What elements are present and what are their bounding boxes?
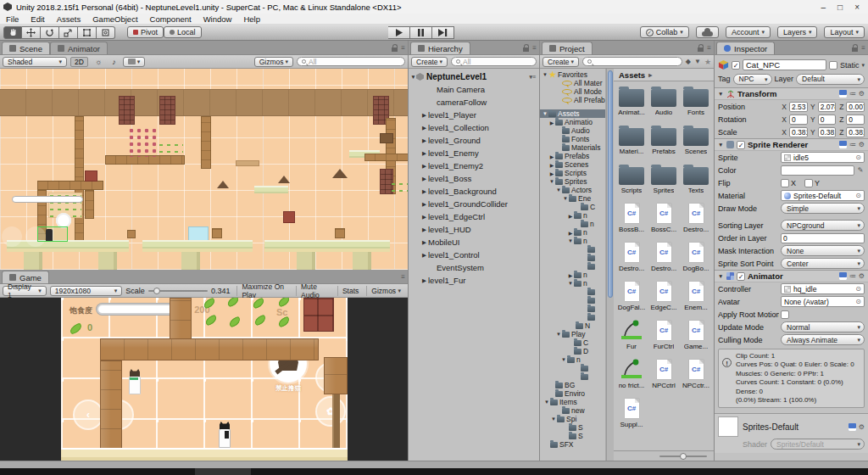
expand-arrow-icon[interactable]: ▶ [420, 150, 428, 157]
minimize-button[interactable]: – [821, 3, 826, 12]
y-value-field[interactable]: 0.38181 [818, 127, 837, 137]
lock-icon[interactable] [698, 48, 704, 52]
project-tree-item[interactable]: Fonts [540, 135, 605, 143]
project-tree-item[interactable]: BG [540, 381, 605, 389]
x-value-field[interactable]: 2.53 [789, 102, 808, 112]
scale-knob[interactable] [153, 288, 160, 294]
material-object-field[interactable]: Sprites-Default⊙ [781, 190, 865, 201]
static-dropdown-icon[interactable]: ▾ [861, 62, 865, 69]
project-tree-item[interactable]: All Mode [540, 87, 605, 96]
asset-item[interactable]: Sprites [648, 163, 680, 198]
tab-menu-icon[interactable]: ≡ [401, 44, 405, 52]
project-tree-item[interactable]: Audio [540, 126, 605, 135]
search-by-type-icon[interactable]: ◆ [686, 58, 691, 65]
expand-arrow-icon[interactable]: ▶ [420, 201, 428, 208]
expand-arrow-icon[interactable]: ▼ [560, 357, 567, 362]
project-create-dropdown[interactable]: Create▾ [542, 57, 579, 67]
asset-item[interactable]: C# DogBo... [680, 241, 712, 277]
hierarchy-item[interactable]: ▶ level1_GroundCollider [409, 198, 539, 210]
scene-viewport[interactable] [0, 69, 408, 270]
animator-header[interactable]: ▼ ✓ Animator ≔⚙ [715, 270, 868, 282]
asset-item[interactable]: C# DogFal... [615, 280, 648, 316]
transform-tool-icon[interactable] [97, 26, 115, 39]
expand-arrow-icon[interactable]: ▼ [555, 332, 562, 337]
stats-toggle[interactable]: Stats [337, 286, 363, 296]
project-tree-item[interactable]: ▼ n [540, 279, 605, 288]
project-tree-item[interactable]: ▶ Scenes [540, 160, 605, 169]
favorites-star-icon[interactable]: ★ [704, 58, 711, 66]
expand-arrow-icon[interactable]: ▼ [542, 111, 548, 116]
move-left-button[interactable]: ‹ [73, 400, 103, 430]
expand-arrow-icon[interactable]: ▶ [548, 170, 555, 176]
z-value-field[interactable]: 0 [846, 115, 865, 125]
expand-arrow-icon[interactable]: ▼ [555, 187, 562, 193]
rect-tool-icon[interactable] [78, 26, 97, 39]
project-tree-item[interactable] [540, 364, 605, 372]
hierarchy-item[interactable]: ▶ level1_Fur [409, 274, 539, 287]
object-picker-icon[interactable]: ⊙ [855, 285, 861, 293]
expand-arrow-icon[interactable]: ▶ [548, 154, 555, 159]
thumbnail-size-slider[interactable] [659, 455, 707, 457]
project-tree-item[interactable] [540, 296, 605, 305]
help-icon[interactable] [839, 272, 847, 280]
object-picker-icon[interactable]: ⊙ [855, 298, 861, 305]
project-tree-item[interactable]: ▶ Prefabs [540, 152, 605, 160]
project-tree-item[interactable]: N [540, 321, 605, 330]
expand-arrow-icon[interactable]: ▶ [420, 239, 428, 246]
layers-dropdown[interactable]: Layers▾ [777, 26, 818, 38]
active-checkbox[interactable]: ✓ [732, 61, 740, 70]
culling-mode-dropdown[interactable]: Always Animate [781, 334, 865, 345]
asset-item[interactable]: C# NPCctr... [680, 358, 712, 394]
pivot-toggle[interactable]: Pivot [127, 26, 164, 38]
lock-icon[interactable] [852, 48, 858, 52]
asset-item[interactable]: C# Destro... [648, 241, 680, 277]
project-tree-item[interactable]: ▶ Scripts [540, 169, 605, 177]
menu-item[interactable]: Help [237, 14, 266, 24]
menu-item[interactable]: Component [144, 14, 198, 24]
x-value-field[interactable]: 0.38181 [789, 127, 808, 137]
play-button[interactable] [388, 26, 410, 39]
expand-arrow-icon[interactable]: ▶ [420, 137, 428, 144]
hierarchy-item[interactable]: ▶ level1_HUD [409, 223, 539, 236]
cloud-button[interactable] [696, 26, 719, 38]
hierarchy-search-input[interactable]: All [451, 57, 537, 66]
hierarchy-item[interactable]: ▶ level1_Enemy2 [409, 159, 539, 172]
expand-arrow-icon[interactable]: ▶ [567, 213, 574, 219]
menu-item[interactable]: GameObject [86, 14, 143, 24]
hierarchy-item[interactable]: Main Camera [409, 83, 539, 96]
z-value-field[interactable]: 0.38181 [846, 127, 865, 137]
effects-dropdown[interactable]: ▾ [123, 57, 146, 67]
hierarchy-item[interactable]: ▶ level1_Enemy [409, 147, 539, 159]
asset-item[interactable]: C# FurCtrl [648, 319, 680, 355]
project-tree-item[interactable] [540, 313, 605, 321]
project-tree-item[interactable]: ▼ n [540, 355, 605, 364]
draw-mode-dropdown[interactable]: Simple [781, 203, 865, 214]
project-tree-item[interactable]: ▶ Animatio [540, 118, 605, 126]
hierarchy-item[interactable]: ▶ level1_Ground [409, 134, 539, 147]
project-tree-item[interactable] [540, 305, 605, 313]
hierarchy-item[interactable]: ▶ level1_Collection [409, 121, 539, 134]
eyedropper-icon[interactable]: ✎ [856, 166, 865, 174]
project-tree-item[interactable]: All Prefab [540, 96, 605, 104]
asset-item[interactable]: Animat... [615, 85, 648, 120]
project-tree-item[interactable]: n [540, 220, 605, 228]
scene-search-input[interactable]: All [297, 57, 405, 66]
expand-arrow-icon[interactable]: ▶ [567, 230, 574, 236]
tab-menu-icon[interactable]: ≡ [707, 44, 711, 52]
lighting-toggle-icon[interactable]: ☼ [92, 57, 105, 67]
tab-menu-icon[interactable]: ≡ [532, 44, 537, 52]
hierarchy-item[interactable]: ▶ MobileUI [409, 236, 539, 249]
expand-arrow-icon[interactable]: ▼ [548, 179, 555, 184]
menu-item[interactable]: Assets [51, 14, 87, 24]
project-tree-item[interactable]: ▼ Assets [540, 109, 605, 118]
expand-arrow-icon[interactable]: ▼ [567, 238, 574, 243]
static-checkbox[interactable] [829, 61, 837, 70]
component-enabled-checkbox[interactable]: ✓ [737, 141, 745, 149]
hierarchy-item[interactable]: ▶ level1_Background [409, 185, 539, 198]
hierarchy-item[interactable]: ▶ level1_EdgeCtrl [409, 210, 539, 223]
menu-item[interactable]: Window [198, 14, 238, 24]
mask-interaction-dropdown[interactable]: None [781, 245, 865, 256]
hierarchy-create-dropdown[interactable]: Create▾ [411, 57, 448, 67]
project-tree-item[interactable]: ▼ Favorites [540, 70, 605, 79]
y-value-field[interactable]: 0 [818, 115, 837, 125]
